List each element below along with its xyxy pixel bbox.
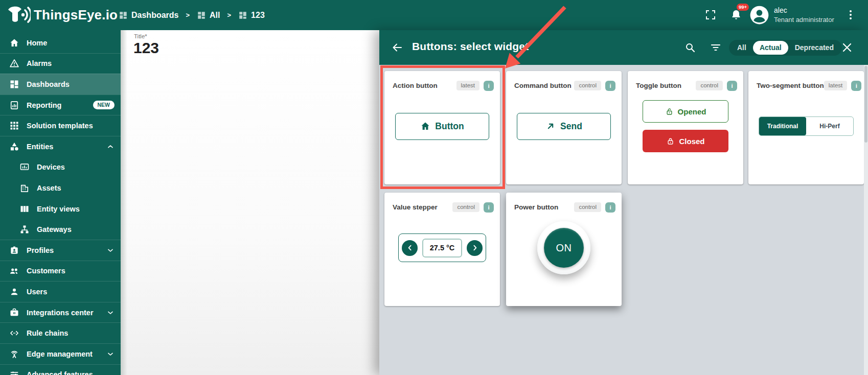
sidebar-item-dashboards[interactable]: Dashboards [0,74,121,95]
chevron-left-icon [406,244,414,252]
back-arrow-icon[interactable] [391,41,403,54]
sidebar-item-label: Edge management [27,350,93,358]
widget-card-command-button[interactable]: Command button control i Send [506,71,622,184]
sidebar-item-gateways[interactable]: Gateways [0,219,121,240]
integrations-icon [9,308,19,318]
widget-preview: Opened Closed [628,88,743,164]
sidebar-item-customers[interactable]: Customers [0,261,121,282]
sidebar-item-label: Alarms [27,59,52,67]
gateways-icon [19,224,30,235]
search-icon[interactable] [684,41,696,54]
kebab-menu-icon[interactable] [844,9,857,21]
dashboard-left-shadow [121,30,127,375]
widget-card-toggle-button[interactable]: Toggle button control i Opened Closed [628,71,743,184]
logo-text: ThingsEye.io [34,7,118,23]
widget-card-action-button[interactable]: Action button latest i Button [384,71,500,184]
breadcrumb-item-123[interactable]: 123 [238,11,265,20]
widget-card-two-segment-button[interactable]: Two-segment button latest i Traditional … [748,71,864,184]
dashboard-title-field[interactable]: 123 [133,39,159,57]
entities-icon [9,142,19,152]
dashboard-title-label: Title* [134,33,147,39]
widget-card-power-button[interactable]: Power button control i ON [506,193,622,306]
filter-chip-all[interactable]: All [730,41,753,55]
toggle-opened-button[interactable]: Opened [643,100,728,123]
sidebar-item-advanced-features[interactable]: Advanced features [0,364,121,375]
sidebar-item-label: Assets [37,184,61,192]
notifications-count-badge: 99+ [737,4,749,11]
stepper-increase-button[interactable] [467,240,483,256]
sidebar-item-edge-management[interactable]: Edge management [0,343,121,364]
dashboard-editor: Title* 123 [121,30,379,375]
breadcrumb-separator: > [227,11,232,19]
widget-preview: 27.5 °C [384,210,500,286]
sidebar-item-entity-views[interactable]: Entity views [0,198,121,219]
stepper-value: 27.5 °C [422,239,462,257]
sidebar-item-devices[interactable]: Devices [0,157,121,178]
customers-icon [9,266,19,276]
user-info[interactable]: alec Tenant administrator [774,5,834,25]
filter-chip-deprecated[interactable]: Deprecated [788,41,840,55]
alarm-icon [9,58,19,68]
widget-preview: Button [384,88,500,164]
breadcrumb-item-dashboards[interactable]: Dashboards [119,11,178,20]
breadcrumb-label: All [210,11,220,20]
close-icon[interactable] [841,41,853,54]
command-button-preview[interactable]: Send [517,113,611,140]
dashboards-icon [9,79,19,89]
widget-preview: Traditional Hi-Perf [748,88,864,164]
sidebar-item-label: Entity views [37,205,80,213]
breadcrumb-label: Dashboards [131,11,178,20]
scrollbar-thumb[interactable] [864,66,867,143]
dashboard-grid-icon [197,11,206,20]
panel-header: Buttons: select widget AllActualDeprecat… [379,30,868,65]
sidebar-item-label: Dashboards [27,80,70,88]
sidebar-item-rule-chains[interactable]: Rule chains [0,322,121,343]
sidebar-item-label: Gateways [37,225,72,233]
chevron-down-icon [106,246,115,254]
chevron-up-icon [106,143,115,151]
notifications-bell-icon[interactable] [730,9,742,21]
avatar[interactable] [749,5,769,25]
fullscreen-icon[interactable] [704,9,717,21]
breadcrumb-item-all[interactable]: All [197,11,220,20]
sidebar-item-label: Customers [27,267,65,275]
value-stepper-control: 27.5 °C [398,233,486,262]
action-button-label: Button [435,121,464,132]
home-icon [420,121,430,131]
sidebar-item-assets[interactable]: Assets [0,177,121,198]
panel-body: Action button latest i Button Command bu… [379,65,868,375]
filter-chip-actual[interactable]: Actual [753,41,788,55]
power-button[interactable]: ON [544,228,584,268]
command-button-label: Send [560,121,582,132]
sidebar-item-users[interactable]: Users [0,281,121,302]
widget-preview: Send [506,88,622,164]
sidebar-item-alarms[interactable]: Alarms [0,53,121,74]
sidebar-item-solution-templates[interactable]: Solution templates [0,115,121,136]
widget-filter-chips: AllActualDeprecated [729,40,842,56]
action-button-preview[interactable]: Button [395,113,489,140]
filter-icon[interactable] [710,41,722,54]
toggle-closed-label: Closed [679,137,704,146]
sidebar-item-home[interactable]: Home [0,32,121,53]
sidebar-item-label: Solution templates [27,122,93,130]
dashboard-grid-icon [119,11,128,20]
sidebar-item-reporting[interactable]: ReportingNEW [0,95,121,115]
sidebar-item-integrations-center[interactable]: Integrations center [0,302,121,323]
logo[interactable]: ThingsEye.io [5,3,118,27]
sidebar-item-label: Users [27,288,47,296]
reporting-icon [9,100,19,110]
widget-select-panel: Buttons: select widget AllActualDeprecat… [379,30,868,375]
panel-scrollbar[interactable] [864,65,868,375]
sidebar-item-entities[interactable]: Entities [0,136,121,157]
users-icon [9,287,19,297]
sidebar-item-profiles[interactable]: Profiles [0,240,121,261]
advanced-icon [9,369,19,375]
chevron-right-icon [471,244,479,252]
segment-traditional[interactable]: Traditional [759,117,806,135]
stepper-decrease-button[interactable] [402,240,418,256]
devices-icon [19,162,30,172]
segment-hi-perf[interactable]: Hi-Perf [806,117,853,135]
widget-card-value-stepper[interactable]: Value stepper control i 27.5 °C [384,193,500,306]
assets-icon [19,183,30,193]
toggle-closed-button[interactable]: Closed [643,130,728,152]
